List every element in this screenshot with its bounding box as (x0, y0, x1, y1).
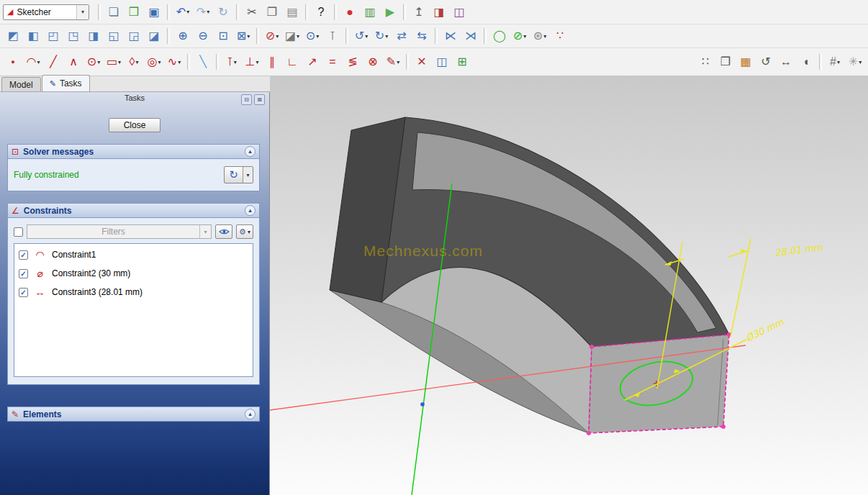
elements-header[interactable]: ✎ Elements ▴ (7, 407, 260, 422)
tab-model[interactable]: Model (1, 77, 41, 91)
export-button[interactable]: ↥ (410, 3, 428, 22)
3d-viewport[interactable]: Ø30 mm 28.01 mm Mechnexus.com (270, 76, 868, 495)
draw-style-dropdown-arrow[interactable]: ▾ (276, 33, 279, 40)
constrain-parallel-button[interactable]: ∥ (263, 53, 281, 71)
link-navigate-button[interactable]: ↺▾ (352, 27, 371, 45)
macro-record-button[interactable]: ● (340, 3, 359, 22)
dock-pane-button[interactable]: ⊟ (241, 94, 252, 105)
face-vertex[interactable] (587, 431, 591, 435)
redo-dropdown-arrow[interactable]: ▾ (207, 9, 209, 15)
refresh-button[interactable]: ↻ (214, 3, 232, 22)
create-polygon-button[interactable]: ◊▾ (125, 53, 143, 71)
face-vertex[interactable] (721, 424, 725, 429)
view-capture-button[interactable]: ◨ (430, 3, 448, 22)
elements-collapse-button[interactable]: ▴ (245, 409, 256, 419)
view-section-button[interactable]: ⊘▾ (510, 27, 529, 45)
float-pane-button[interactable]: ⊠ (254, 94, 265, 105)
constraints-settings-button[interactable]: ⚙ ▾ (236, 224, 253, 239)
clipping-plane-button[interactable]: ⊺ (323, 27, 342, 45)
constraint-visibility-checkbox[interactable]: ✓ (19, 250, 28, 260)
constraint-visibility-checkbox[interactable]: ✓ (19, 288, 28, 297)
filters-combobox[interactable]: Filters ▾ (27, 224, 212, 239)
view-left-button[interactable]: ◲ (125, 27, 143, 45)
create-circle-dropdown-arrow[interactable]: ▾ (97, 59, 100, 65)
constrain-block-button[interactable]: ⊗ (363, 53, 382, 71)
create-polygon-dropdown-arrow[interactable]: ▾ (135, 59, 138, 65)
filter-enable-checkbox[interactable] (14, 227, 23, 237)
view-rear-button[interactable]: ◨ (84, 27, 103, 45)
fit-selection-dropdown-arrow[interactable]: ▾ (247, 33, 250, 40)
create-polyline-button[interactable]: ∧ (64, 53, 83, 71)
view-front-button[interactable]: ◧ (24, 27, 42, 45)
view-sketch-button[interactable]: ◯ (490, 27, 509, 45)
toggle-construction-button[interactable]: ◫ (433, 53, 451, 71)
toggle-grid-button[interactable]: #▾ (826, 53, 844, 71)
offset-geometry-button[interactable]: ◖ (797, 53, 815, 71)
constraint-visibility-checkbox[interactable]: ✓ (19, 269, 28, 278)
constraints-collapse-button[interactable]: ▴ (245, 205, 256, 216)
internal-geometry-button[interactable]: ⊞ (453, 53, 471, 71)
zoom-out-button[interactable]: ⊖ (194, 27, 212, 45)
merge-sketches-button[interactable]: ⋊ (461, 27, 480, 45)
save-document-button[interactable]: ▣ (145, 3, 163, 22)
constrain-tangent-button[interactable]: ↗ (303, 53, 322, 71)
fit-selection-button[interactable]: ⊠▾ (234, 27, 253, 45)
solver-collapse-button[interactable]: ▴ (245, 146, 256, 157)
stereo-view-dropdown-arrow[interactable]: ▾ (297, 33, 299, 40)
constraint-row[interactable]: ✓↔Constraint3 (28.01 mm) (14, 283, 253, 301)
link-go-to-button[interactable]: ⇄ (392, 27, 411, 45)
view-isometric-button[interactable]: ◩ (4, 27, 22, 45)
toggle-snap-dropdown-arrow[interactable]: ▾ (859, 59, 862, 65)
new-document-button[interactable]: ❏ (104, 3, 123, 22)
constrain-distance-button[interactable]: ⊺▾ (222, 53, 241, 71)
zoom-in-button[interactable]: ⊕ (173, 27, 192, 45)
stereo-view-button[interactable]: ◪▾ (283, 27, 302, 45)
undo-button[interactable]: ↶▾ (173, 3, 192, 22)
redo-button[interactable]: ↷▾ (194, 3, 212, 22)
macro-execute-button[interactable]: ▶ (381, 3, 399, 22)
external-geometry-button[interactable]: ╲ (194, 53, 212, 71)
toggle-driving-constraint-dropdown-arrow[interactable]: ▾ (397, 59, 399, 65)
scene-inspector-button[interactable]: ◫ (450, 3, 469, 22)
constrain-vertical-horizontal-button[interactable]: ⊥▾ (243, 53, 261, 71)
link-return-button[interactable]: ⇆ (412, 27, 431, 45)
create-rectangle-button[interactable]: ▭▾ (104, 53, 123, 71)
open-document-button[interactable]: ❒ (125, 3, 143, 22)
origin-point[interactable] (420, 402, 425, 407)
toggle-driving-constraint-button[interactable]: ✎▾ (384, 53, 402, 71)
solver-messages-header[interactable]: ⊡ Solver messages ▴ (7, 144, 260, 159)
clone-geometry-button[interactable]: ∷ (696, 53, 715, 71)
copy-geometry-button[interactable]: ❐ (716, 53, 735, 71)
workbench-dropdown-arrow[interactable]: ▾ (76, 5, 89, 19)
constrain-distance-dropdown-arrow[interactable]: ▾ (234, 59, 237, 65)
fit-all-button[interactable]: ⊡ (214, 27, 232, 45)
paste-button[interactable]: ▤ (283, 3, 302, 22)
draw-style-button[interactable]: ⊘▾ (263, 27, 281, 45)
toggle-snap-button[interactable]: ✳▾ (846, 53, 864, 71)
grid-appearance-button[interactable]: ⊛▾ (530, 27, 549, 45)
create-line-button[interactable]: ╱ (44, 53, 63, 71)
create-arc-button[interactable]: ◠▾ (24, 53, 42, 71)
create-circle-button[interactable]: ⊙▾ (84, 53, 103, 71)
view-bottom-button[interactable]: ◱ (104, 27, 123, 45)
cut-button[interactable]: ✂ (243, 3, 261, 22)
zoom-tools-button[interactable]: ⊙▾ (303, 27, 322, 45)
constrain-vertical-horizontal-dropdown-arrow[interactable]: ▾ (256, 59, 258, 65)
face-vertex[interactable] (589, 345, 594, 349)
constraint-row[interactable]: ✓◠Constraint1 (14, 245, 253, 264)
toggle-grid-dropdown-arrow[interactable]: ▾ (837, 59, 840, 65)
zoom-tools-dropdown-arrow[interactable]: ▾ (316, 33, 319, 40)
create-bspline-dropdown-arrow[interactable]: ▾ (178, 59, 181, 65)
constrain-symmetric-button[interactable]: ≶ (343, 53, 362, 71)
create-bspline-button[interactable]: ∿▾ (165, 53, 184, 71)
constrain-perpendicular-button[interactable]: ∟ (283, 53, 302, 71)
select-conflicting-button[interactable]: ✕ (412, 53, 431, 71)
mirror-sketch-button[interactable]: ⋉ (441, 27, 460, 45)
auto-update-dropdown-arrow[interactable]: ▾ (243, 167, 253, 183)
view-axonometric-button[interactable]: ◪ (145, 27, 163, 45)
filters-dropdown-arrow[interactable]: ▾ (199, 225, 211, 238)
view-top-button[interactable]: ◰ (44, 27, 63, 45)
link-select-button[interactable]: ↻▾ (372, 27, 391, 45)
close-button[interactable]: Close (109, 118, 161, 132)
rectangular-array-button[interactable]: ▦ (736, 53, 755, 71)
